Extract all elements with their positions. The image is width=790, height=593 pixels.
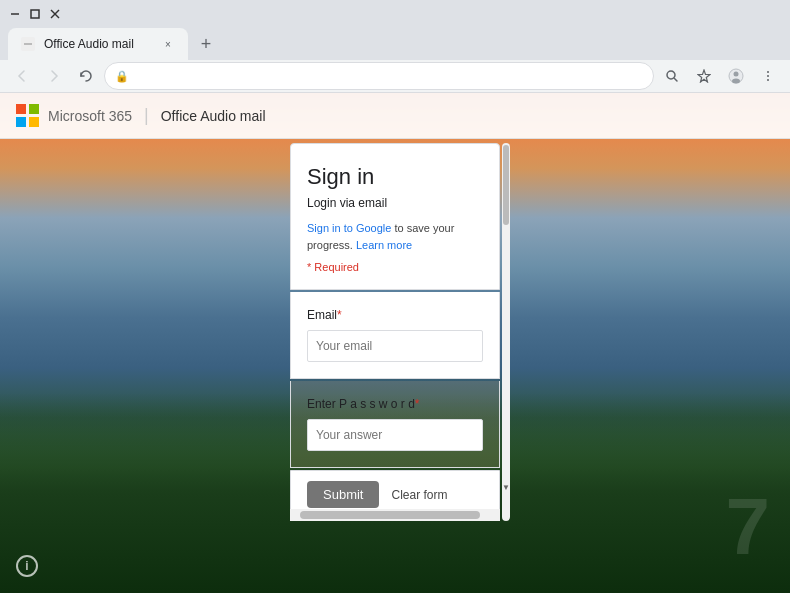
ms-header: Microsoft 365 | Office Audio mail [0,93,790,139]
tab-bar: Office Audio mail × + [0,28,790,60]
lock-icon: 🔒 [115,70,129,83]
ms-logo: Microsoft 365 [16,104,132,128]
refresh-button[interactable] [72,62,100,90]
tab-favicon-icon [20,36,36,52]
logo-blue [16,117,26,127]
email-section: Email* [290,292,500,379]
password-input[interactable] [307,419,483,451]
nav-right-controls [658,62,782,90]
logo-green [29,104,39,114]
scroll-down-arrow[interactable]: ▼ [502,483,510,491]
menu-button[interactable] [754,62,782,90]
svg-point-14 [767,79,769,81]
logo-yellow [29,117,39,127]
active-tab[interactable]: Office Audio mail × [8,28,188,60]
info-button[interactable]: i [16,555,38,577]
password-section: Enter P a s s w o r d* [290,381,500,468]
logo-red [16,104,26,114]
tab-title: Office Audio mail [44,37,152,51]
title-bar [0,0,790,28]
header-separator: | [144,105,149,126]
horizontal-scrollbar[interactable] [290,509,500,521]
svg-rect-1 [31,10,39,18]
forward-button[interactable] [40,62,68,90]
svg-point-6 [667,71,675,79]
form-scrollbar[interactable] [502,143,510,521]
sign-in-title: Sign in [307,164,483,190]
svg-point-10 [734,72,739,77]
app-name: Office Audio mail [161,108,266,124]
google-signin-link[interactable]: Sign in to Google [307,222,391,234]
email-required-star: * [337,308,342,322]
nav-bar: 🔒 [0,60,790,92]
ms365-label: Microsoft 365 [48,108,132,124]
tab-close-button[interactable]: × [160,36,176,52]
form-panel: Sign in Login via email Sign in to Googl… [290,143,500,521]
clear-form-button[interactable]: Clear form [391,488,447,502]
bookmark-button[interactable] [690,62,718,90]
sign-in-section: Sign in Login via email Sign in to Googl… [290,143,500,290]
page-content: Microsoft 365 | Office Audio mail 7 Sign… [0,93,790,593]
scrollbar-thumb [503,145,509,225]
minimize-button[interactable] [8,7,22,21]
email-input[interactable] [307,330,483,362]
submit-button[interactable]: Submit [307,481,379,508]
profile-button[interactable] [722,62,750,90]
svg-point-12 [767,71,769,73]
svg-marker-8 [698,70,710,82]
address-bar[interactable]: 🔒 [104,62,654,90]
required-note: * Required [307,261,483,273]
google-signin-text: Sign in to Google to save your progress.… [307,220,483,253]
password-label: Enter P a s s w o r d* [307,397,483,411]
maximize-button[interactable] [28,7,42,21]
new-tab-button[interactable]: + [192,30,220,58]
password-required-star: * [415,397,420,411]
login-via-text: Login via email [307,196,483,210]
email-label: Email* [307,308,483,322]
svg-point-13 [767,75,769,77]
search-button[interactable] [658,62,686,90]
window-controls [8,7,62,21]
svg-line-7 [675,79,678,82]
ms-logo-grid [16,104,40,128]
back-button[interactable] [8,62,36,90]
h-scrollbar-thumb [300,511,480,519]
learn-more-link[interactable]: Learn more [356,239,412,251]
close-window-button[interactable] [48,7,62,21]
svg-point-11 [732,79,740,84]
browser-chrome: Office Audio mail × + 🔒 [0,0,790,93]
